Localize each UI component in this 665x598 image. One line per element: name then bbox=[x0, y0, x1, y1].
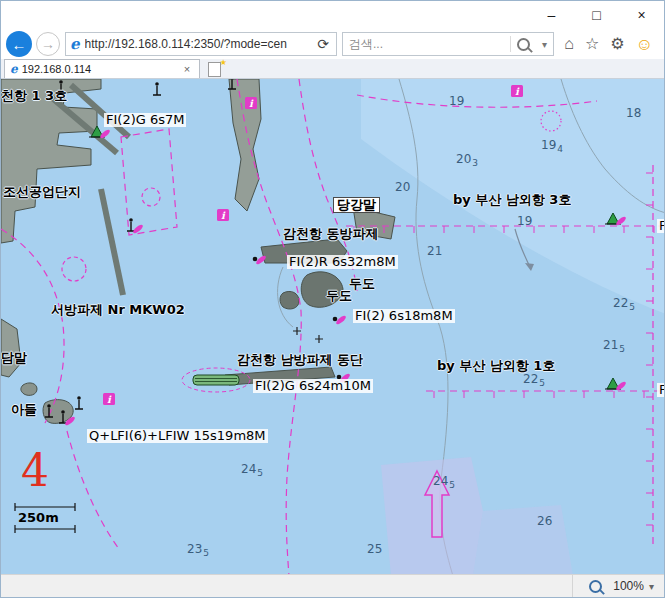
zoom-control[interactable]: 100% ▾ bbox=[572, 575, 664, 597]
depth-sounding: 25 bbox=[367, 543, 382, 556]
zoom-level: 100% bbox=[613, 579, 644, 593]
depth-sounding: 21 bbox=[427, 245, 442, 258]
chart-label: 담말 bbox=[1, 351, 27, 365]
nautical-chart-viewport[interactable]: iiii 천항 1 3호FI(2)G 6s7M조선공업단지당강말감천항 동방파제… bbox=[1, 79, 665, 576]
tab-label: 192.168.0.114 bbox=[22, 63, 180, 75]
chart-label: 두도 bbox=[349, 277, 375, 291]
forward-button[interactable]: → bbox=[36, 32, 60, 56]
depth-sounding: 225 bbox=[523, 373, 544, 387]
search-dropdown-icon[interactable]: ▾ bbox=[536, 39, 553, 50]
chart-label: by 부산 남외항 1호 bbox=[437, 359, 555, 373]
new-tab-button[interactable]: ★ bbox=[205, 61, 227, 78]
depth-sounding: 245 bbox=[433, 475, 454, 489]
url-text[interactable]: http://192.168.0.114:2350/?mode=cen bbox=[85, 37, 315, 51]
toolbar-icons: ⌂ ☆ ⚙ ☺ bbox=[554, 36, 661, 53]
home-icon[interactable]: ⌂ bbox=[564, 36, 574, 52]
tab-192-168-0-114[interactable]: e 192.168.0.114 × bbox=[4, 59, 200, 78]
depth-sounding: 19 bbox=[449, 95, 464, 108]
chart-label: 250m bbox=[18, 511, 59, 525]
depth-sounding: 19 bbox=[517, 215, 532, 228]
search-divider bbox=[510, 36, 511, 52]
back-button[interactable]: ← bbox=[6, 31, 32, 57]
zoom-dropdown-icon[interactable]: ▾ bbox=[649, 581, 654, 592]
chart-label: 감천항 남방파제 동단 bbox=[237, 353, 363, 367]
chart-label: F bbox=[657, 219, 665, 233]
minimize-button[interactable]: – bbox=[529, 1, 574, 29]
tab-favicon-icon: e bbox=[10, 63, 18, 75]
browser-window: – □ × ← → e http://192.168.0.114:2350/?m… bbox=[0, 0, 665, 598]
depth-sounding: 20 bbox=[395, 181, 410, 194]
chart-label: FI(2) 6s18m8M bbox=[353, 309, 455, 323]
depth-sounding: 26 bbox=[537, 515, 552, 528]
chart-labels: 천항 1 3호FI(2)G 6s7M조선공업단지당강말감천항 동방파제FI(2)… bbox=[1, 79, 665, 576]
status-bar: 100% ▾ bbox=[1, 574, 664, 597]
depth-sounding: 203 bbox=[456, 153, 477, 167]
chart-label: 4 bbox=[21, 449, 49, 493]
chart-label: FI(2)G 6s24m10M bbox=[253, 379, 373, 393]
title-bar: – □ × bbox=[1, 1, 664, 29]
maximize-button[interactable]: □ bbox=[574, 1, 619, 29]
chart-label: 천항 1 3호 bbox=[1, 89, 67, 103]
chart-label: 감천항 동방파제 bbox=[283, 227, 379, 241]
search-icon[interactable] bbox=[517, 38, 530, 51]
window-controls: – □ × bbox=[529, 1, 664, 29]
search-input[interactable]: 검색... ▾ bbox=[342, 32, 554, 56]
address-bar[interactable]: e http://192.168.0.114:2350/?mode=cen ⟳ bbox=[65, 32, 337, 56]
depth-sounding: 225 bbox=[613, 297, 634, 311]
chart-label: FI(2)G 6s7M bbox=[104, 113, 186, 127]
gear-icon[interactable]: ⚙ bbox=[610, 36, 624, 52]
zoom-icon bbox=[589, 580, 602, 593]
chart-label: Q+LFI(6)+LFIW 15s19m8M bbox=[87, 429, 268, 443]
depth-sounding: 215 bbox=[603, 339, 624, 353]
depth-sounding: 194 bbox=[541, 139, 562, 153]
chart-label: 당강말 bbox=[333, 197, 380, 213]
ie-favicon-icon: e bbox=[70, 37, 80, 52]
depth-sounding: 245 bbox=[241, 463, 262, 477]
close-button[interactable]: × bbox=[619, 1, 664, 29]
chart-label: F bbox=[657, 383, 665, 397]
tab-close-icon[interactable]: × bbox=[180, 63, 194, 75]
chart-label: FI(2)R 6s32m8M bbox=[287, 255, 398, 269]
chart-label: 두도 bbox=[326, 289, 352, 303]
tab-bar: e 192.168.0.114 × ★ bbox=[1, 59, 664, 79]
new-tab-star-icon: ★ bbox=[220, 58, 227, 67]
favorites-star-icon[interactable]: ☆ bbox=[585, 36, 599, 52]
navigation-bar: ← → e http://192.168.0.114:2350/?mode=ce… bbox=[1, 29, 664, 59]
search-placeholder: 검색... bbox=[349, 36, 510, 53]
chart-label: 아들 bbox=[11, 403, 37, 417]
refresh-icon[interactable]: ⟳ bbox=[314, 36, 332, 52]
depth-sounding: 235 bbox=[187, 543, 208, 557]
depth-sounding: 18 bbox=[626, 107, 641, 120]
chart-label: 서방파제 Nr MKW02 bbox=[51, 303, 185, 317]
chart-label: 조선공업단지 bbox=[3, 185, 81, 199]
chart-label: by 부산 남외항 3호 bbox=[453, 193, 571, 207]
feedback-smiley-icon[interactable]: ☺ bbox=[636, 36, 653, 53]
